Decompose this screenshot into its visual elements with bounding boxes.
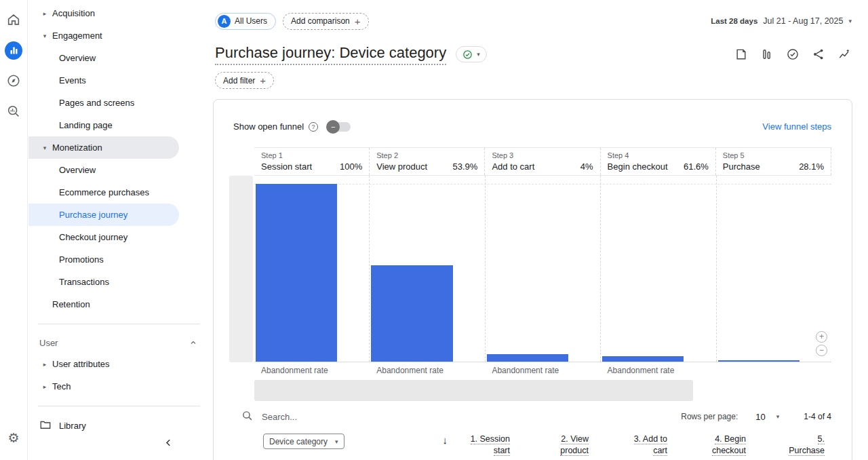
funnel-bar-step-4[interactable] bbox=[602, 356, 684, 362]
note-icon[interactable] bbox=[734, 47, 749, 62]
table-header-row: Device category ▾ ↓ 1. Session start (Us… bbox=[263, 434, 825, 460]
funnel-bar-step-5[interactable] bbox=[718, 360, 800, 362]
chip-label: Add filter bbox=[223, 76, 255, 85]
funnel-step-header[interactable]: Step 3 Add to cart4% bbox=[484, 148, 599, 175]
help-icon[interactable]: ? bbox=[309, 122, 318, 132]
funnel-column bbox=[716, 176, 831, 362]
sidebar-item-tech[interactable]: ▸ Tech bbox=[28, 375, 179, 398]
add-comparison-button[interactable]: Add comparison + bbox=[283, 13, 368, 30]
view-funnel-steps-link[interactable]: View funnel steps bbox=[762, 121, 831, 132]
sidebar-item-purchase-journey[interactable]: Purchase journey bbox=[28, 204, 179, 226]
caret-right-icon: ▸ bbox=[37, 361, 52, 368]
column-label: 5. bbox=[818, 434, 825, 444]
sidebar-item-transactions[interactable]: Transactions bbox=[28, 271, 179, 293]
sidebar-item-library[interactable]: Library bbox=[28, 415, 207, 437]
reports-icon[interactable] bbox=[5, 41, 22, 59]
funnel-column bbox=[369, 176, 484, 362]
caret-down-icon: ▾ bbox=[37, 33, 52, 39]
sidebar-item-monetization[interactable]: ▾ Monetization bbox=[28, 136, 179, 159]
open-funnel-toggle[interactable]: − bbox=[328, 122, 351, 132]
home-icon[interactable] bbox=[5, 11, 22, 28]
dimension-selector[interactable]: Device category ▾ bbox=[263, 434, 344, 449]
caret-right-icon: ▸ bbox=[37, 10, 52, 17]
horizontal-scrollbar[interactable] bbox=[254, 380, 693, 401]
sidebar-item-label: Overview bbox=[59, 53, 96, 63]
sidebar-item-promotions[interactable]: Promotions bbox=[28, 248, 179, 271]
funnel-step-header[interactable]: Step 2 View product53.9% bbox=[369, 148, 484, 175]
sidebar-item-monetization-overview[interactable]: Overview bbox=[28, 159, 179, 181]
sidebar-item-label: User attributes bbox=[52, 359, 110, 369]
zoom-controls: + − bbox=[816, 331, 827, 356]
funnel-step-header[interactable]: Step 5 Purchase28.1% bbox=[715, 148, 831, 175]
sidebar-item-events[interactable]: Events bbox=[28, 69, 179, 92]
step-name: Session start bbox=[261, 161, 312, 172]
collapse-sidebar-button[interactable] bbox=[159, 433, 178, 452]
date-range-picker[interactable]: Last 28 days Jul 21 - Aug 17, 2025 ▾ bbox=[711, 16, 852, 26]
zoom-out-button[interactable]: − bbox=[816, 345, 827, 356]
search-icon bbox=[241, 410, 253, 424]
table-columns: 1. Session start (User count) 2. View pr… bbox=[453, 434, 825, 460]
funnel-bar-step-2[interactable] bbox=[371, 265, 452, 362]
insights-icon[interactable] bbox=[837, 47, 852, 62]
chart-columns-icon[interactable] bbox=[760, 47, 774, 62]
add-filter-button[interactable]: Add filter + bbox=[215, 72, 274, 89]
share-icon[interactable] bbox=[811, 47, 826, 62]
funnel-step-header[interactable]: Step 1 Session start100% bbox=[254, 148, 369, 175]
chevron-down-icon[interactable]: ▾ bbox=[776, 413, 780, 420]
sidebar-item-retention[interactable]: Retention bbox=[28, 293, 179, 315]
funnel-bar-step-3[interactable] bbox=[487, 354, 568, 362]
funnel-step-header[interactable]: Step 4 Begin checkout61.6% bbox=[600, 148, 715, 175]
rows-per-page-label: Rows per page: bbox=[681, 412, 738, 421]
page-title[interactable]: Purchase journey: Device category bbox=[215, 44, 446, 65]
check-circle-icon[interactable] bbox=[785, 47, 800, 62]
chart-left-gutter[interactable] bbox=[229, 176, 253, 362]
sidebar-item-checkout-journey[interactable]: Checkout journey bbox=[28, 226, 179, 248]
admin-gear-icon[interactable]: ⚙ bbox=[5, 429, 22, 446]
column-header-session-start[interactable]: 1. Session start (User count) bbox=[453, 434, 510, 460]
column-label: Purchase bbox=[789, 446, 825, 456]
sidebar-item-acquisition[interactable]: ▸ Acquisition bbox=[28, 2, 179, 24]
sidebar-item-label: Tech bbox=[52, 381, 71, 391]
all-users-chip[interactable]: A All Users bbox=[215, 13, 276, 30]
rows-per-page-value[interactable]: 10 bbox=[755, 412, 765, 422]
sidebar-item-user-attributes[interactable]: ▸ User attributes bbox=[28, 353, 179, 375]
sidebar-item-label: Ecommerce purchases bbox=[59, 187, 149, 197]
check-circle-icon bbox=[462, 50, 473, 60]
explore-icon[interactable] bbox=[5, 72, 22, 90]
sidebar-item-pages-and-screens[interactable]: Pages and screens bbox=[28, 92, 179, 114]
report-status-pill[interactable]: ▾ bbox=[456, 46, 487, 62]
step-number: Step 1 bbox=[261, 151, 362, 159]
chevron-down-icon: ▾ bbox=[477, 51, 480, 58]
step-number: Step 5 bbox=[723, 151, 824, 159]
report-actions bbox=[734, 47, 852, 62]
sort-descending-icon[interactable]: ↓ bbox=[443, 434, 448, 446]
sidebar-item-label: Pages and screens bbox=[59, 98, 134, 108]
sidebar-section-user[interactable]: User bbox=[28, 332, 207, 353]
advertising-icon[interactable] bbox=[5, 102, 22, 120]
search-input[interactable] bbox=[262, 412, 681, 422]
sidebar-item-landing-page[interactable]: Landing page bbox=[28, 114, 179, 136]
funnel-step-headers: Step 1 Session start100% Step 2 View pro… bbox=[254, 147, 831, 176]
column-header-begin-checkout[interactable]: 4. Begin checkout (User count) bbox=[667, 434, 746, 460]
report-card: Show open funnel ? − View funnel steps S… bbox=[213, 99, 852, 460]
funnel-bar-step-1[interactable] bbox=[256, 184, 337, 362]
column-header-add-to-cart[interactable]: 3. Add to cart (User count) bbox=[589, 434, 667, 460]
sidebar-item-engagement-overview[interactable]: Overview bbox=[28, 47, 179, 69]
main-content: A All Users Add comparison + Last 28 day… bbox=[207, 0, 868, 460]
sidebar-item-ecommerce-purchases[interactable]: Ecommerce purchases bbox=[28, 181, 179, 204]
column-header-view-product[interactable]: 2. View product (User count) bbox=[510, 434, 589, 460]
column-header-purchase[interactable]: 5. Purchase (User count) bbox=[746, 434, 825, 460]
step-name: Add to cart bbox=[492, 161, 534, 172]
reports-active-badge bbox=[5, 41, 22, 60]
abandonment-label: Abandonment rate bbox=[370, 366, 485, 375]
toggle-knob: − bbox=[326, 120, 340, 134]
app-rail: ⚙ bbox=[0, 0, 28, 460]
comparison-avatar: A bbox=[218, 15, 231, 28]
report-title-row: Purchase journey: Device category ▾ bbox=[212, 44, 852, 64]
zoom-in-button[interactable]: + bbox=[816, 331, 827, 343]
sidebar-item-label: Transactions bbox=[59, 277, 109, 287]
sidebar-item-label: Promotions bbox=[59, 254, 104, 265]
sidebar-item-engagement[interactable]: ▾ Engagement bbox=[28, 24, 179, 47]
funnel-chart: Step 1 Session start100% Step 2 View pro… bbox=[229, 147, 831, 401]
sidebar-item-label: Overview bbox=[59, 165, 96, 175]
